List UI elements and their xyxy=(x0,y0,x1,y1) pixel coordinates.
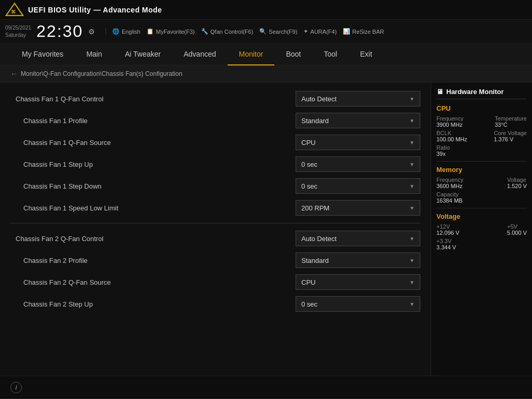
hw-item-label: Temperature xyxy=(495,115,527,122)
chevron-down-icon: ▼ xyxy=(409,258,415,263)
config-control: Auto Detect▼ xyxy=(296,91,420,107)
select-dropdown[interactable]: Auto Detect▼ xyxy=(296,231,420,246)
select-dropdown[interactable]: CPU▼ xyxy=(296,135,420,150)
select-value: 0 sec xyxy=(301,161,317,168)
select-value: 0 sec xyxy=(301,182,317,190)
config-row: Chassis Fan 2 ProfileStandard▼ xyxy=(0,249,431,271)
hw-item-label: Ratio xyxy=(436,144,450,151)
top-bar: ⌘ UEFI BIOS Utility — Advanced Mode xyxy=(0,0,532,20)
select-dropdown[interactable]: 0 sec▼ xyxy=(296,296,420,312)
select-value: Auto Detect xyxy=(301,235,337,243)
monitor-icon: 🖥 xyxy=(436,88,443,96)
hw-item-label: BCLK xyxy=(436,130,467,136)
hw-data-row: +12V12.096 V+5V5.000 V xyxy=(436,223,527,236)
config-label: Chassis Fan 2 Q-Fan Source xyxy=(10,278,296,286)
hw-item-value: 3900 MHz xyxy=(436,122,463,128)
config-label: Chassis Fan 1 Q-Fan Control xyxy=(10,95,296,103)
hw-monitor-title: 🖥 Hardware Monitor xyxy=(436,88,527,99)
hw-item-value: 12.096 V xyxy=(436,230,459,236)
hw-item-value: 100.00 MHz xyxy=(436,136,467,142)
select-dropdown[interactable]: Standard▼ xyxy=(296,252,420,268)
config-control: 0 sec▼ xyxy=(296,156,420,172)
section-divider xyxy=(10,223,420,223)
select-dropdown[interactable]: 0 sec▼ xyxy=(296,156,420,172)
hw-section-title: Voltage xyxy=(436,212,527,220)
config-label: Chassis Fan 2 Profile xyxy=(10,257,296,264)
hw-item-value: 1.376 V xyxy=(494,136,527,142)
chevron-down-icon: ▼ xyxy=(409,301,415,307)
info-icon[interactable]: i xyxy=(10,382,22,393)
nav-boot[interactable]: Boot xyxy=(274,44,312,65)
config-label: Chassis Fan 1 Q-Fan Source xyxy=(10,139,296,147)
select-dropdown[interactable]: 200 RPM▼ xyxy=(296,200,420,216)
top-shortcuts: 🌐 English 📋 MyFavorite(F3) 🔧 Qfan Contro… xyxy=(105,28,384,35)
hw-section-title: Memory xyxy=(436,166,527,174)
hw-item-value: 33°C xyxy=(495,122,527,128)
breadcrumb-back-arrow[interactable]: ← xyxy=(10,70,18,78)
hw-data-row: BCLK100.00 MHzCore Voltage1.376 V xyxy=(436,130,527,142)
config-control: CPU▼ xyxy=(296,135,420,150)
nav-advanced[interactable]: Advanced xyxy=(172,44,227,65)
hw-item-value: 1.520 V xyxy=(507,183,527,189)
nav-my-favorites[interactable]: My Favorites xyxy=(10,44,75,65)
select-value: 0 sec xyxy=(301,300,317,308)
config-row: Chassis Fan 2 Step Up0 sec▼ xyxy=(0,293,431,315)
main-content: Chassis Fan 1 Q-Fan ControlAuto Detect▼C… xyxy=(0,83,532,376)
settings-icon[interactable]: ⚙ xyxy=(88,28,95,36)
hw-item-label: Frequency xyxy=(436,115,463,122)
config-label: Chassis Fan 2 Step Up xyxy=(10,300,296,308)
config-row: Chassis Fan 1 Step Up0 sec▼ xyxy=(0,153,431,175)
bios-title: UEFI BIOS Utility — Advanced Mode xyxy=(28,6,527,14)
config-panel: Chassis Fan 1 Q-Fan ControlAuto Detect▼C… xyxy=(0,83,431,376)
hw-item-label: Frequency xyxy=(436,177,463,183)
hardware-monitor: 🖥 Hardware Monitor CPUFrequency3900 MHzT… xyxy=(431,83,532,376)
qfan-shortcut[interactable]: 🔧 Qfan Control(F6) xyxy=(201,28,254,35)
hw-item-value: 3.344 V xyxy=(436,244,456,250)
config-row: Chassis Fan 2 Q-Fan SourceCPU▼ xyxy=(0,271,431,293)
myfavorite-shortcut[interactable]: 📋 MyFavorite(F3) xyxy=(147,28,195,35)
chevron-down-icon: ▼ xyxy=(409,280,415,285)
nav-main[interactable]: Main xyxy=(75,44,113,65)
nav-exit[interactable]: Exit xyxy=(349,44,383,65)
hw-data-row: +3.3V3.344 V xyxy=(436,238,527,250)
config-control: 0 sec▼ xyxy=(296,178,420,194)
config-row: Chassis Fan 1 Step Down0 sec▼ xyxy=(0,175,431,197)
select-dropdown[interactable]: Auto Detect▼ xyxy=(296,91,420,107)
config-control: CPU▼ xyxy=(296,274,420,290)
hw-section-divider xyxy=(436,161,527,162)
config-label: Chassis Fan 2 Q-Fan Control xyxy=(10,235,296,243)
chevron-down-icon: ▼ xyxy=(409,183,415,189)
config-control: Standard▼ xyxy=(296,252,420,268)
aura-shortcut[interactable]: ✦ AURA(F4) xyxy=(303,28,337,35)
svg-text:⌘: ⌘ xyxy=(11,9,16,15)
hw-item-value: 16384 MB xyxy=(436,197,462,204)
hw-item-label: Core Voltage xyxy=(494,130,527,136)
language-shortcut[interactable]: 🌐 English xyxy=(112,28,140,35)
chevron-down-icon: ▼ xyxy=(409,205,415,211)
search-shortcut[interactable]: 🔍 Search(F9) xyxy=(259,28,297,35)
info-bar: i xyxy=(0,376,532,398)
nav-ai-tweaker[interactable]: Ai Tweaker xyxy=(113,44,172,65)
select-value: Auto Detect xyxy=(301,95,337,103)
hw-item-label: +3.3V xyxy=(436,238,456,244)
config-label: Chassis Fan 1 Profile xyxy=(10,117,296,125)
select-dropdown[interactable]: Standard▼ xyxy=(296,113,420,128)
chevron-down-icon: ▼ xyxy=(409,236,415,242)
hw-data-row: Ratio39x xyxy=(436,144,527,157)
chevron-down-icon: ▼ xyxy=(409,140,415,145)
select-dropdown[interactable]: 0 sec▼ xyxy=(296,178,420,194)
resizebar-shortcut[interactable]: 📊 ReSize BAR xyxy=(343,28,384,35)
select-dropdown[interactable]: CPU▼ xyxy=(296,274,420,290)
clock-bar: 09/25/2021 Saturday 22:30 ⚙ 🌐 English 📋 … xyxy=(0,20,532,44)
select-value: Standard xyxy=(301,117,329,125)
config-control: Standard▼ xyxy=(296,113,420,128)
hw-item-label: +12V xyxy=(436,223,459,230)
hw-data-row: Frequency3900 MHzTemperature33°C xyxy=(436,115,527,128)
chevron-down-icon: ▼ xyxy=(409,118,415,124)
nav-monitor[interactable]: Monitor xyxy=(228,44,275,65)
nav-tool[interactable]: Tool xyxy=(312,44,349,65)
config-control: 200 RPM▼ xyxy=(296,200,420,216)
hw-data-row: Frequency3600 MHzVoltage1.520 V xyxy=(436,177,527,189)
hw-item-value: 5.000 V xyxy=(507,230,527,236)
select-value: 200 RPM xyxy=(301,204,329,212)
